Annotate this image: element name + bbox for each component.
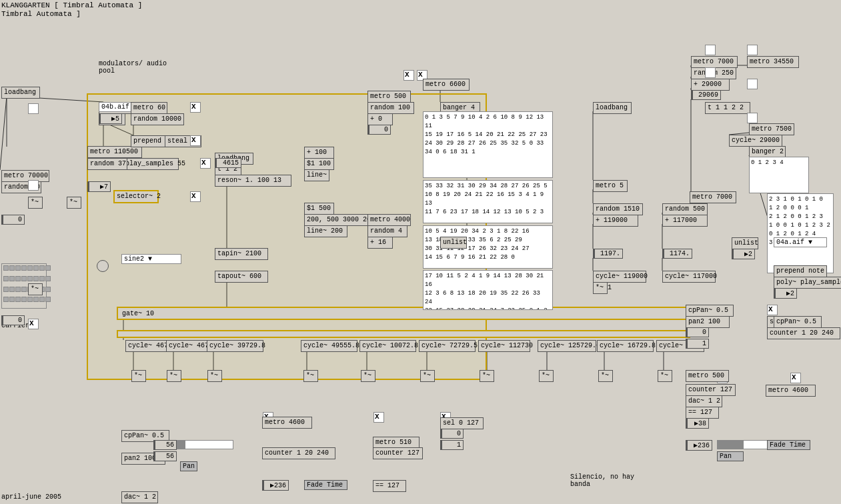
mult-tilde-4: *~: [303, 370, 318, 382]
num-56-2[interactable]: 56: [153, 451, 177, 461]
matrix-cell[interactable]: [21, 287, 27, 292]
matrix-cell[interactable]: [21, 276, 27, 281]
num-56-1[interactable]: 56: [153, 440, 177, 450]
matrix-cell[interactable]: [21, 297, 27, 302]
num-2-1[interactable]: ▶2: [732, 249, 755, 259]
matrix-cell[interactable]: [27, 297, 33, 302]
matrix-cell[interactable]: [27, 276, 33, 281]
counter-127-right: counter 127: [686, 384, 736, 396]
num-1197[interactable]: 1197.: [593, 249, 623, 259]
cycle-29000: cycle~ 29000: [729, 135, 782, 147]
matrix-cell[interactable]: [3, 265, 9, 271]
matrix-cell[interactable]: [3, 276, 9, 281]
mult-tilde-3: *~: [207, 370, 222, 382]
loadbang-1: loadbang: [1, 87, 40, 99]
matrix-cell[interactable]: [39, 276, 45, 281]
toggle-x-3[interactable]: [200, 158, 211, 169]
matrix-cell[interactable]: [3, 287, 9, 292]
matrix-cell[interactable]: [45, 265, 51, 271]
matrix-cell[interactable]: [9, 276, 15, 281]
dac-12-1: dac~ 1 2: [121, 491, 158, 503]
comment-silencio: Silencio, no haybanda: [570, 473, 634, 488]
matrix-cell[interactable]: [39, 297, 45, 302]
num-7[interactable]: ▶7: [87, 181, 111, 192]
aif-dropdown-right[interactable]: 04a.aif ▼: [774, 237, 827, 247]
toggle-tr-5[interactable]: [747, 113, 758, 123]
matrix-cell[interactable]: [9, 287, 15, 292]
toggle-x-12[interactable]: [403, 70, 414, 81]
toggle-left[interactable]: [28, 319, 39, 329]
num-0-topleft[interactable]: 0: [1, 215, 25, 225]
num-236-right[interactable]: ▶236: [686, 440, 712, 451]
comment-modulators: modulators/ audiopool: [99, 60, 167, 75]
cycle-10072: cycle~ 10072.8: [359, 340, 416, 352]
num-5-1[interactable]: ▶5: [99, 113, 122, 124]
num-4615[interactable]: 4615: [215, 158, 241, 168]
dollar1-500: $1 500: [304, 203, 334, 215]
cycle-125729: cycle~ 125729.6: [538, 340, 596, 352]
toggle-x-9[interactable]: [767, 305, 778, 315]
toggle-tr-3[interactable]: [705, 67, 716, 78]
num-38-1[interactable]: ▶38: [686, 418, 709, 429]
num-2-right[interactable]: ▶2: [774, 288, 797, 299]
matrix-cell[interactable]: [15, 276, 21, 281]
pan2-100-right: pan2 100: [686, 316, 730, 328]
cycle-117000: cycle~ 117000: [662, 271, 716, 283]
num-0-matrix[interactable]: 0: [1, 315, 25, 325]
eq-127-right: == 127: [686, 407, 719, 419]
plus-29000: + 29000: [691, 79, 730, 91]
plus-16: + 16: [367, 237, 393, 249]
num-1-right[interactable]: 1: [686, 339, 709, 349]
matrix-cell[interactable]: [15, 297, 21, 302]
mult-tilde-5: *~: [361, 370, 375, 382]
toggle-tr-2[interactable]: [747, 45, 758, 55]
mult-tilde-6: *~: [420, 370, 435, 382]
mult-tilde-top2: *~: [67, 197, 81, 209]
random-4: random 4: [367, 225, 407, 237]
matrix-cell[interactable]: [9, 265, 15, 271]
matrix-cell[interactable]: [33, 265, 39, 271]
toggle-x-2[interactable]: [190, 135, 201, 146]
num-1174[interactable]: 1174.: [662, 249, 692, 259]
cpPan-05-right: cpPan~ 0.5: [686, 305, 734, 317]
mult-tilde-2: *~: [167, 370, 181, 382]
toggle-tr-1[interactable]: [705, 45, 716, 55]
toggle-x-6[interactable]: [373, 412, 384, 423]
eq-127-1: == 127: [373, 480, 406, 492]
num-29069[interactable]: 29069: [691, 90, 721, 100]
toggle-x-1[interactable]: [190, 102, 201, 113]
matrix-cell[interactable]: [27, 265, 33, 271]
num-0-bot[interactable]: 0: [440, 429, 464, 439]
toggle-sm-2[interactable]: [28, 180, 39, 191]
num-1-bot[interactable]: 1: [440, 440, 464, 450]
toggle-x-4[interactable]: [190, 191, 201, 202]
matrix-cell[interactable]: [15, 265, 21, 271]
num-236-1[interactable]: ▶236: [262, 480, 289, 491]
matrix-cell[interactable]: [3, 297, 9, 302]
toggle-x-11[interactable]: [790, 373, 801, 383]
matrix-cell[interactable]: [21, 265, 27, 271]
svg-line-2: [0, 96, 7, 170]
matrix-cell[interactable]: [33, 297, 39, 302]
matrix-cell[interactable]: [45, 287, 51, 292]
num-0-mid[interactable]: 0: [367, 125, 391, 135]
matrix-cell[interactable]: [45, 276, 51, 281]
matrix-cell[interactable]: [33, 276, 39, 281]
tapin-box: tapin~ 2100: [215, 248, 268, 260]
matrix-cell[interactable]: [15, 287, 21, 292]
num-0-right[interactable]: 0: [686, 327, 709, 337]
mult-tilde-8: *~: [539, 370, 554, 382]
matrix-cell[interactable]: [9, 297, 15, 302]
mult-tilde-1: *~: [131, 370, 146, 382]
counter-127-1: counter 127: [373, 447, 423, 459]
bang-1[interactable]: [97, 260, 109, 272]
random-100: random 100: [367, 102, 414, 114]
toggle-sm-1[interactable]: [28, 103, 39, 114]
sine2-dropdown[interactable]: sine2 ▼: [121, 254, 181, 264]
patch-area: KLANGGARTEN [ Timbral Automata ] Timbral…: [0, 0, 841, 504]
mult-tilde-9: *~: [598, 370, 613, 382]
matrix-cell[interactable]: [45, 297, 51, 302]
toggle-tr-4[interactable]: [747, 79, 758, 89]
matrix-cell[interactable]: [39, 265, 45, 271]
metro-7000-1: metro 7000: [691, 56, 738, 68]
